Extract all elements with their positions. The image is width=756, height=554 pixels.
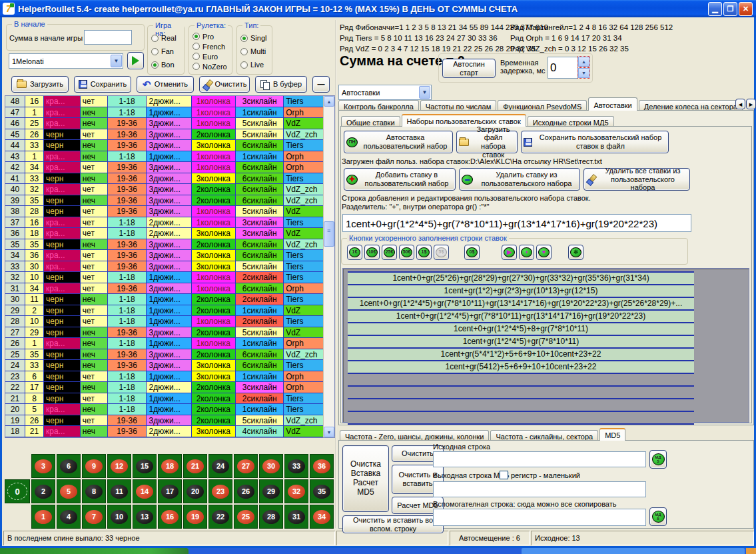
board-cell-18[interactable]: 18 xyxy=(158,454,182,478)
title-bar[interactable]: 7 HelperRoullet 5.4- create helperroulle… xyxy=(0,0,756,17)
board-cell-8[interactable]: 8 xyxy=(82,479,106,503)
board-cell-34[interactable]: 34 xyxy=(310,505,334,529)
quick-bet-button-10€[interactable]: 10€ xyxy=(364,245,380,260)
list-item[interactable]: 1cent+gr(1*2*4*5)+gr(7*8*10*11) xyxy=(348,336,694,349)
start-sum-input[interactable] xyxy=(84,30,132,45)
board-cell-11[interactable]: 11 xyxy=(107,479,131,503)
list-item[interactable]: 1cent+gr(5412)+5+6+9+10+10cent+23+22 xyxy=(348,361,694,374)
board-cell-3[interactable]: 3 xyxy=(31,454,55,478)
table-row[interactable]: 471кра...неч1-181дюжи...1колонка1сиклайн… xyxy=(5,107,334,119)
board-cell-14[interactable]: 14 xyxy=(133,479,157,503)
board-cell-28[interactable]: 28 xyxy=(259,505,283,529)
radio-option-bon[interactable]: Bon xyxy=(151,60,177,70)
taskbar[interactable] xyxy=(0,548,756,554)
set-button[interactable]: ✚Добавить ставку в пользовательский набо… xyxy=(344,168,456,191)
tab-2[interactable]: Наборы пользовательских ставок xyxy=(402,114,526,127)
quick-bet-button[interactable]: ▶ xyxy=(502,245,517,260)
board-cell-2[interactable]: 2 xyxy=(31,479,55,503)
board-cell-15[interactable]: 15 xyxy=(133,454,157,478)
table-row[interactable]: 2729черннеч19-363дюжи...2колонка5сиклайн… xyxy=(5,327,334,339)
lowercase-checkbox[interactable] xyxy=(500,471,508,479)
tab-3[interactable]: MD5 xyxy=(599,428,625,441)
set-button[interactable]: ПНАвтоставка пользовательский набор xyxy=(344,131,453,153)
radio-icon[interactable] xyxy=(192,53,200,60)
toolbar-floppy-button[interactable]: Сохранить xyxy=(74,76,131,93)
table-row[interactable]: 3716кра...чет1-182дюжи...1колонка3сиклай… xyxy=(5,217,334,229)
md5-source-input[interactable] xyxy=(433,451,646,467)
table-row[interactable]: 2810чернчет1-181дюжи...1колонка2сиклайнT… xyxy=(5,316,334,327)
spin-up-icon[interactable]: ▲ xyxy=(578,57,589,67)
taskbar-window-button[interactable] xyxy=(522,548,745,554)
list-item[interactable]: 1cent+0+gr(1*2*4*5)+8+gr(7*8*10*11) xyxy=(348,323,694,336)
quick-bet-button-1$[interactable]: 1$ xyxy=(416,245,432,260)
toolbar-brush-button[interactable]: Очистить xyxy=(199,76,250,93)
table-row[interactable]: 3134кра...чет19-363дюжи...1колонка6сикла… xyxy=(5,283,334,295)
radio-icon[interactable] xyxy=(192,63,200,70)
table-row[interactable]: 4625кра...неч19-363дюжи...1колонка5сикла… xyxy=(5,118,334,129)
radio-icon[interactable] xyxy=(240,48,248,55)
scroll-up-icon[interactable]: ▲ xyxy=(324,96,334,107)
table-row[interactable]: 2433черннеч19-363дюжи...3колонка6сиклайн… xyxy=(5,360,334,371)
board-cell-25[interactable]: 25 xyxy=(234,505,258,529)
table-row[interactable]: 4133черннеч19-363дюжи...3колонка6сиклайн… xyxy=(5,173,334,185)
board-cell-1[interactable]: 1 xyxy=(31,505,55,529)
board-cell-6[interactable]: 6 xyxy=(57,454,81,478)
radio-icon[interactable] xyxy=(151,61,159,69)
table-row[interactable]: 261кра...неч1-181дюжи...1колонка1сиклайн… xyxy=(5,338,334,349)
toolbar-undo-button[interactable]: ↶Отменить xyxy=(137,76,194,93)
radio-icon[interactable] xyxy=(192,43,200,50)
toolbar-folder-button[interactable]: Загрузить xyxy=(11,76,69,93)
board-cell-31[interactable]: 31 xyxy=(284,505,308,529)
radio-icon[interactable] xyxy=(240,61,248,69)
radio-option-multi[interactable]: Multi xyxy=(240,47,266,57)
table-row[interactable]: 3330кра...чет19-363дюжи...3колонка5сикла… xyxy=(5,261,334,273)
table-row[interactable]: 218чернчет1-181дюжи...2колонка2сиклайнTi… xyxy=(5,393,334,405)
table-row[interactable]: 3436кра...чет19-363дюжи...3колонка6сикла… xyxy=(5,250,334,261)
board-cell-9[interactable]: 9 xyxy=(82,454,106,478)
radio-icon[interactable] xyxy=(192,33,200,40)
set-button[interactable]: Удалить все ставки из пользовательского … xyxy=(583,168,690,191)
quick-bet-button-25€[interactable]: 25€ xyxy=(382,245,397,260)
table-row[interactable]: 3618кра...чет1-182дюжи...3колонка3сиклай… xyxy=(5,228,334,239)
table-row[interactable]: 3535черннеч19-363дюжи...2колонка6сиклайн… xyxy=(5,239,334,251)
board-cell-27[interactable]: 27 xyxy=(234,454,258,478)
list-item[interactable]: 1cent+0+gr(1*2*4*5)+gr(7*8*10*11)+gr(13*… xyxy=(348,298,694,311)
radio-option-singl[interactable]: Singl xyxy=(240,33,266,43)
table-row[interactable]: 3210чернчет1-181дюжи...1колонка2сиклайнT… xyxy=(5,272,334,283)
bet-string-input[interactable]: 1cent+0+gr(1*2*4*5)+gr(7*8*10*11)+gr(13*… xyxy=(342,214,691,232)
toolbar-copy-button[interactable]: В буфер xyxy=(255,76,307,93)
delay-input[interactable]: 0 xyxy=(548,57,578,79)
board-cell-13[interactable]: 13 xyxy=(133,505,157,529)
quick-bet-button-5$[interactable]: 5$ xyxy=(434,245,449,260)
md5-clear-paste-calc-button[interactable]: Очистка Вставка Расчет MD5 xyxy=(342,445,389,512)
table-row[interactable]: 1821кра...неч19-362дюжи...3колонка4сикла… xyxy=(5,426,334,437)
radio-icon[interactable] xyxy=(151,48,159,55)
table-scrollbar[interactable]: ▲ ▼ xyxy=(323,96,334,437)
chevron-down-icon[interactable]: ▼ xyxy=(111,55,122,67)
quick-bet-button[interactable]: ✻ xyxy=(568,245,583,260)
md5-aux-input[interactable] xyxy=(433,509,646,526)
radio-option-fan[interactable]: Fan xyxy=(151,47,177,57)
table-row[interactable]: 4526чернчет19-363дюжи...2колонка5сиклайн… xyxy=(5,129,334,141)
md5-aux-calc-button[interactable]: МД5 xyxy=(649,507,667,526)
board-cell-17[interactable]: 17 xyxy=(158,479,182,503)
radio-icon[interactable] xyxy=(240,35,248,42)
tabs-scroll-right-icon[interactable]: ▸ xyxy=(746,99,756,109)
radio-option-live[interactable]: Live xyxy=(240,60,266,70)
board-cell-10[interactable]: 10 xyxy=(107,505,131,529)
tab-4[interactable]: Автоставки xyxy=(588,97,637,111)
minimize-button[interactable]: ▁ xyxy=(708,2,722,16)
board-cell-32[interactable]: 32 xyxy=(284,479,308,503)
set-button[interactable]: Сохранить пользовательский набор ставок … xyxy=(521,131,669,153)
autospin-start-button[interactable]: Автоспин старт xyxy=(442,59,496,78)
table-row[interactable]: 236чернчет1-181дюжи...3колонка1сиклайнOr… xyxy=(5,371,334,383)
board-cell-22[interactable]: 22 xyxy=(208,505,232,529)
run-strategy-button[interactable] xyxy=(127,52,144,69)
table-row[interactable]: 1926чернчет19-363дюжи...2колонка5сиклайн… xyxy=(5,415,334,427)
set-button[interactable]: ▬Удалить ставку из пользовательского наб… xyxy=(459,168,580,191)
close-button[interactable]: ✕ xyxy=(739,2,753,16)
toolbar-minimize-panel-button[interactable]: — xyxy=(312,76,330,93)
board-cell-23[interactable]: 23 xyxy=(208,479,232,503)
scrollbar-thumb[interactable] xyxy=(324,221,334,247)
board-cell-12[interactable]: 12 xyxy=(107,454,131,478)
